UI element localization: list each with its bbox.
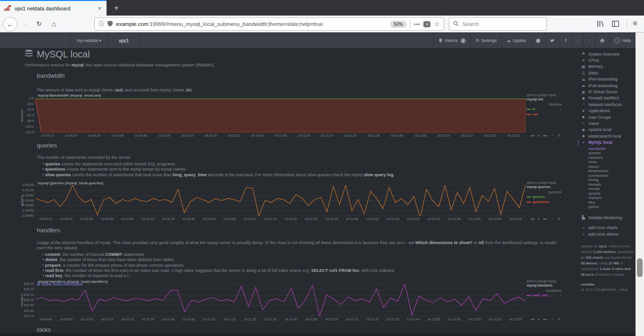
my-netdata-menu[interactable]: my-netdata ▾ <box>70 33 108 48</box>
search-input[interactable] <box>462 21 543 27</box>
legend-entry-queries[interactable]: queries- <box>527 195 561 199</box>
pocket-icon[interactable]: ∨ <box>423 21 430 27</box>
legend-entry-in[interactable]: in- <box>527 107 561 111</box>
sidebar-item-disks[interactable]: ◫Disks <box>581 70 634 76</box>
sidebar-subitem-galera[interactable]: galera <box>588 205 634 209</box>
navbar-blank-cell <box>0 33 70 48</box>
sidebar-item-users[interactable]: ☺Users <box>581 120 634 126</box>
sidebar-subitem-bandwidth[interactable]: bandwidth <box>588 147 634 151</box>
bullet-item: questions counts the statements sent to … <box>42 167 508 172</box>
chart-resize-icon[interactable]: ⇕ <box>557 317 561 321</box>
chart-backward-icon[interactable]: ◂◂ <box>530 133 534 138</box>
sidebar-item-system-overview[interactable]: ⚑System Overview <box>581 51 634 57</box>
sidebar-subitem-connections[interactable]: connections <box>588 173 634 178</box>
reload-button[interactable]: ↻ <box>35 19 43 28</box>
sidebar-item-ip-virtual-server[interactable]: ◉IP Virtual Server <box>581 89 634 95</box>
x-tick-label: 14:13:00 <box>488 217 501 221</box>
sidebar-subitem-queries[interactable]: queries <box>588 151 634 156</box>
sidebar-item-ipv6-networking[interactable]: ☁IPv6 Networking <box>581 82 634 89</box>
search-bar[interactable] <box>449 17 547 31</box>
chart-backward-icon[interactable]: ◂◂ <box>530 217 534 221</box>
navbar-export-button[interactable]: ↑ <box>583 33 595 48</box>
sidebar-subitem-files[interactable]: files <box>588 200 634 205</box>
new-tab-button[interactable]: + <box>111 0 121 16</box>
sidebar-item-firewall-netfilter[interactable]: ◆Firewall (netfilter) <box>581 95 634 101</box>
handlers-chart-plot[interactable] <box>35 284 526 316</box>
x-tick-label: 14:12:10 <box>387 217 399 221</box>
navbar-print-button[interactable] <box>595 33 609 48</box>
sidebar-item-network-interfaces[interactable]: ∷Network Interfaces <box>581 101 634 107</box>
navbar-settings-button[interactable]: ⚙Settings <box>471 33 502 48</box>
sidebar-subitem-issues[interactable]: issues <box>588 164 634 169</box>
y-tick-label: -100.0 <box>15 125 34 128</box>
x-tick-label: 14:09:40 <box>111 134 124 137</box>
x-tick-label: 14:10:50 <box>223 217 236 221</box>
site-info-icon[interactable]: ⓘ <box>99 20 104 28</box>
library-icon[interactable] <box>597 20 604 27</box>
sidebar-subitem-innodb[interactable]: innodb <box>588 187 634 191</box>
navbar-facebook-button[interactable]: f <box>560 33 571 48</box>
permissions-icon[interactable] <box>107 20 113 28</box>
chart-forward-icon[interactable]: ▸▸ <box>544 133 547 138</box>
scrollbar-thumb[interactable] <box>637 258 643 277</box>
sidebar-subitem-threads[interactable]: threads <box>588 182 634 187</box>
sidebar-subitem-locks[interactable]: locks <box>588 160 634 164</box>
page-actions-icon[interactable]: ••• <box>414 22 421 27</box>
x-tick-label: 14:10:00 <box>121 217 134 221</box>
navbar-github-button[interactable] <box>531 33 545 48</box>
sidebar-item-ipv4-networking[interactable]: ☁IPv4 Networking <box>581 76 634 82</box>
sidebar-item-label: User Groups <box>588 115 611 120</box>
navbar-alarms-button[interactable]: Alarms1 <box>433 33 471 48</box>
legend-entry-questions[interactable]: questions- <box>527 200 561 204</box>
chart-resize-icon[interactable]: ⇕ <box>557 217 561 221</box>
sidebar-item-netdata-monitoring[interactable]: ▙Netdata Monitoring <box>581 214 634 221</box>
bandwidth-chart-plot[interactable] <box>35 98 526 132</box>
chart-zoom-in-icon[interactable]: + <box>551 317 553 321</box>
sidebar-subitem-myisam[interactable]: myisam <box>588 196 634 200</box>
active-host[interactable]: vps1 <box>108 33 140 48</box>
sidebar-item-cpus[interactable]: ↯CPUs <box>581 57 634 63</box>
legend-entry-out[interactable]: out- <box>527 112 561 116</box>
sidebar-item-apache-local[interactable]: ◉Apache local <box>581 127 634 133</box>
sidebar-subitem-temporaries[interactable]: temporaries <box>588 169 634 173</box>
bookmark-star-icon[interactable]: ☆ <box>434 20 440 28</box>
chart-forward-icon[interactable]: ▸▸ <box>544 217 547 221</box>
chart-play-icon[interactable]: ▸ <box>538 217 540 221</box>
home-button[interactable]: ⌂ <box>50 19 58 28</box>
add-more-alarms-link[interactable]: +add more alarms <box>581 231 634 238</box>
chart-zoom-in-icon[interactable]: + <box>551 217 553 221</box>
y-tick-label: 3.00150 <box>15 183 34 187</box>
sidebar-toggle-icon[interactable] <box>612 21 619 27</box>
navbar-help-button[interactable]: ?Help <box>609 33 636 48</box>
browser-tab[interactable]: vps1 netdata dashboard × <box>0 0 107 16</box>
sidebar-item-applications[interactable]: ♥Applications <box>581 108 634 114</box>
chart-play-icon[interactable]: ▸ <box>538 133 540 138</box>
url-bar[interactable]: ⓘ example.com:19999/#menu_mysql_local_su… <box>94 17 444 31</box>
handlers-chart: mysql Handlers (mysql_local.handlers)han… <box>15 279 562 326</box>
forward-button[interactable]: → <box>20 20 29 28</box>
chart-zoom-in-icon[interactable]: + <box>551 133 553 138</box>
sidebar-item-mysql-local[interactable]: ≡MySQL local <box>578 139 634 145</box>
x-tick-label: 14:10:00 <box>80 318 93 321</box>
sidebar-subitem-handlers[interactable]: handlers <box>588 156 634 160</box>
page-title: MySQL local <box>37 49 90 60</box>
hamburger-menu-icon[interactable]: ≡ <box>630 19 640 28</box>
navbar-import-button[interactable]: ↓ <box>571 33 583 48</box>
sidebar-item-memory[interactable]: ▦Memory <box>581 64 634 70</box>
sidebar-subitem-qcache[interactable]: qcache <box>588 191 634 196</box>
legend-entry-read-rnd[interactable]: read_rnd_...- <box>527 293 561 297</box>
chart-resize-icon[interactable]: ⇕ <box>557 133 561 138</box>
add-more-charts-link[interactable]: +add more charts <box>581 224 634 231</box>
sidebar-item-user-groups[interactable]: ☻User Groups <box>581 114 634 120</box>
chart-backward-icon[interactable]: ◂◂ <box>530 317 534 321</box>
chart-play-icon[interactable]: ▸ <box>538 317 540 321</box>
navbar-twitter-button[interactable] <box>545 33 560 48</box>
queries-chart-plot[interactable] <box>35 185 526 216</box>
tab-close-icon[interactable]: × <box>97 5 102 12</box>
sidebar-subitem-binlog[interactable]: binlog <box>588 178 634 182</box>
page-zoom-badge[interactable]: 50% <box>390 21 407 28</box>
navbar-update-button[interactable]: ☁Update <box>501 33 531 48</box>
sidebar-item-elasticsearch-local[interactable]: ◈elasticsearch local <box>581 133 634 139</box>
back-button[interactable]: ← <box>3 17 17 32</box>
chart-forward-icon[interactable]: ▸▸ <box>544 317 547 321</box>
